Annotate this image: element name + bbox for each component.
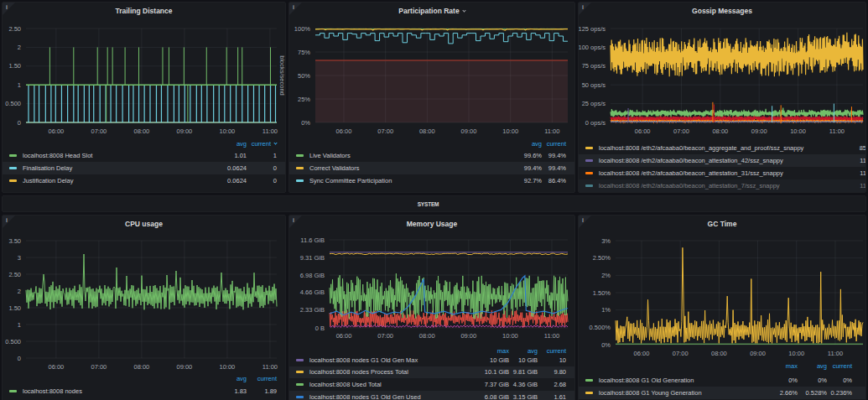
series-color-marker	[296, 383, 304, 386]
legend: localhost:8008 nodes G1 Old Gen Max10 Gi…	[289, 354, 574, 400]
series-color-marker	[585, 159, 593, 162]
panel-title-participation[interactable]: Participation Rate	[306, 7, 558, 15]
legend-sort-current[interactable]: current	[542, 140, 566, 148]
threshold-region-fill	[315, 60, 568, 122]
row-header-system[interactable]: SYSTEM	[2, 195, 866, 212]
legend-row-0[interactable]: localhost:8008 G1 Old Generation0%0%0%	[579, 374, 865, 387]
legend-value: 10 GiB	[509, 356, 538, 364]
legend-value: 1.89	[247, 387, 277, 395]
x-tick-label: 08:00	[134, 363, 150, 371]
legend-value: 1.83	[196, 387, 247, 395]
series-color-marker	[585, 379, 593, 382]
panel-info-icon[interactable]: i	[579, 216, 591, 228]
legend-sort-max[interactable]: max	[751, 362, 798, 370]
legend-value: 0	[247, 177, 277, 184]
legend-label: localhost:8008 /eth2/afcaaba0/beacon_att…	[599, 157, 860, 164]
y-tick-label: 2.33 GiB	[300, 306, 325, 314]
panel-title-gossip[interactable]: Gossip Messages	[595, 7, 849, 15]
series-line	[330, 273, 568, 319]
x-tick-label: 11:00	[262, 363, 278, 371]
y-tick-label: 1%	[601, 306, 611, 314]
legend-row-1[interactable]: localhost:8008 /eth2/afcaaba0/beacon_att…	[579, 154, 865, 167]
series-line	[611, 108, 863, 117]
x-tick-label: 07:00	[673, 127, 689, 135]
legend-sort-avg[interactable]: avg	[196, 375, 247, 382]
legend-row-2[interactable]: Justification Delay0.06240	[3, 174, 285, 187]
legend-value: 85	[860, 144, 866, 152]
panel-info-icon[interactable]: i	[3, 216, 15, 228]
panel-participation: iParticipation Rate100%75%50%25%0%06:000…	[288, 2, 575, 193]
legend-value: 9.81 GiB	[509, 368, 538, 376]
legend-value: 99.4%	[542, 164, 566, 172]
legend-row-1[interactable]: Finalisation Delay0.06240	[3, 162, 285, 174]
legend-row-1[interactable]: Correct Validators99.4%99.4%	[289, 162, 574, 174]
y-tick-label: 0	[18, 119, 21, 127]
legend-label: Sync Committee Participation	[309, 177, 491, 184]
panel-title-memory[interactable]: Memory Usage	[306, 220, 558, 228]
legend-value: 0.236%	[827, 389, 852, 397]
y-tick-label: 1.50	[8, 304, 21, 312]
panel-info-icon[interactable]: i	[579, 3, 591, 15]
y-tick-label: 0 ops/s	[585, 119, 606, 127]
x-tick-label: 06:00	[336, 332, 352, 340]
info-icon-glyph: i	[6, 4, 8, 10]
panel-info-icon[interactable]: i	[3, 3, 15, 15]
chevron-down-icon	[462, 8, 465, 12]
legend-row-0[interactable]: localhost:8008 /eth2/afcaaba0/beacon_agg…	[579, 142, 865, 154]
info-icon-glyph: i	[6, 217, 8, 223]
legend-sort-avg[interactable]: avg	[798, 362, 827, 370]
x-tick-label: 08:00	[712, 127, 728, 135]
legend-row-3[interactable]: localhost:8008 /eth2/afcaaba0/beacon_att…	[579, 179, 865, 192]
legend-row-0[interactable]: localhost:8008 nodes1.831.89	[3, 385, 285, 398]
legend-sort-current[interactable]: current	[827, 362, 852, 370]
legend-value: 0.0624	[196, 177, 247, 184]
info-icon-glyph: i	[582, 4, 584, 10]
panel-info-icon[interactable]: i	[289, 3, 302, 15]
dashboard: SYSTEM iTrailing Distance2.5021.5010.500…	[0, 0, 868, 400]
series-color-marker	[585, 172, 593, 174]
legend-sort-current[interactable]: current	[247, 140, 277, 148]
legend-row-1[interactable]: localhost:8008 G1 Young Generation2.66%0…	[579, 387, 865, 399]
series-line	[611, 33, 863, 77]
info-icon-glyph: i	[293, 4, 294, 10]
x-tick-label: 11:00	[829, 127, 845, 135]
panel-info-icon[interactable]: i	[289, 216, 302, 228]
legend-row-2[interactable]: Sync Committee Participation92.7%86.4%	[289, 174, 574, 187]
series-color-marker	[585, 147, 593, 149]
legend-label: Correct Validators	[309, 164, 491, 172]
y-tick-label: 2.50%	[593, 254, 611, 262]
legend-row-2[interactable]: localhost:8008 /eth2/afcaaba0/beacon_att…	[579, 167, 865, 179]
legend-row-0[interactable]: localhost:8008 nodes G1 Old Gen Max10 Gi…	[289, 354, 574, 366]
panel-title-cpu[interactable]: CPU usage	[19, 220, 268, 228]
legend-sort-avg[interactable]: avg	[196, 140, 247, 148]
y-tick-label: 2%	[601, 272, 611, 279]
legend-value: 10	[538, 356, 566, 364]
legend-value: 2.68	[538, 381, 566, 388]
legend-row-2[interactable]: localhost:8008 Used Total7.37 GiB4.36 Gi…	[289, 378, 574, 391]
legend-row-1[interactable]: localhost:8008 nodes Process Total10.1 G…	[289, 366, 574, 379]
legend-sort-current[interactable]: current	[247, 375, 277, 382]
legend-value: 99.6%	[491, 152, 542, 159]
legend-value: 86.4%	[542, 177, 566, 184]
legend-row-0[interactable]: localhost:8008 Head Slot1.011	[3, 149, 285, 162]
sort-chevron-down-icon	[273, 141, 277, 144]
legend-sort-avg[interactable]: avg	[491, 140, 542, 148]
y-tick-label: 75%	[298, 49, 310, 56]
legend-value: 3.15 GiB	[509, 393, 538, 400]
legend-value: 11	[860, 157, 866, 164]
legend-row-3[interactable]: localhost:8008 nodes G1 Old Gen Used6.08…	[289, 391, 574, 400]
y-tick-label: 0.500	[5, 338, 21, 345]
legend-value: 11	[860, 182, 866, 190]
legend-value: 0%	[751, 377, 798, 384]
legend: localhost:8008 /eth2/afcaaba0/beacon_agg…	[579, 142, 865, 192]
panel-title-gc[interactable]: GC Time	[595, 220, 849, 228]
y-tick-label: 0	[18, 355, 21, 362]
panel-title-trailing[interactable]: Trailing Distance	[19, 7, 268, 15]
legend-row-0[interactable]: Live Validators99.6%99.4%	[289, 149, 574, 162]
legend-value: 9.80	[538, 368, 566, 376]
x-tick-label: 11:00	[544, 127, 559, 135]
panel-memory: iMemory Usage11.6 GiB9.31 GiB6.98 GiB4.6…	[288, 215, 575, 400]
y-tick-label: 3%	[601, 237, 611, 245]
legend-value: 99.4%	[542, 152, 566, 159]
legend-value: 11	[860, 169, 866, 177]
